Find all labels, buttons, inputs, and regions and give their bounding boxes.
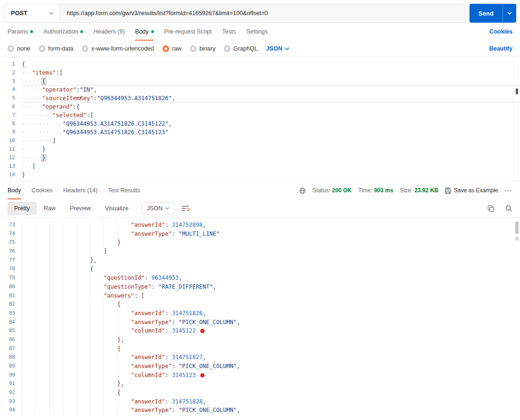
language-label: JSON	[147, 205, 162, 212]
radio-label: binary	[199, 45, 215, 52]
chevron-down-icon	[285, 47, 290, 50]
line-number: 8	[0, 120, 22, 128]
scrollbar-thumb[interactable]	[516, 88, 518, 94]
code-line: 82{	[0, 300, 520, 309]
copy-icon[interactable]	[487, 205, 494, 212]
text-wrap-icon[interactable]	[181, 205, 190, 212]
line-number: 13	[0, 162, 22, 171]
line-number: 80	[0, 283, 22, 291]
line-body: ·········"selected":[	[22, 111, 520, 120]
tab-label: Pre-request Script	[164, 28, 212, 35]
radio-icon	[39, 45, 45, 52]
code-text: ······{	[22, 77, 46, 86]
size-value: 23.92 KB	[414, 187, 438, 194]
line-number: 3	[0, 77, 22, 86]
url-input[interactable]: https://app.form.com/gw/v3/results/list?…	[60, 4, 465, 22]
body-type-graphql[interactable]: GraphQL	[224, 45, 257, 52]
body-type-raw[interactable]: raw	[162, 45, 181, 52]
line-body: {	[22, 388, 520, 397]
tab-params[interactable]: Params	[8, 23, 33, 41]
code-line: 76]	[0, 247, 520, 256]
code-text: ······}	[22, 145, 46, 154]
view-pretty[interactable]: Pretty	[8, 202, 36, 214]
tab-tests[interactable]: Tests	[222, 23, 236, 41]
response-toolbar: PrettyRawPreviewVisualize JSON	[0, 199, 520, 217]
tab-cookies[interactable]: Cookies	[32, 181, 53, 199]
code-line: 91},	[0, 379, 520, 388]
tab-test-results[interactable]: Test Results	[108, 181, 140, 199]
whitespace-dots: ······	[22, 154, 42, 161]
line-body: ······"sourceItemKey":"Q96344953.A314751…	[22, 94, 520, 103]
request-body-editor[interactable]: 1{2···"items":[3······{4······"operator"…	[0, 57, 520, 181]
save-icon	[445, 188, 451, 194]
view-raw[interactable]: Raw	[37, 202, 62, 214]
save-as-example-button[interactable]: Save as Example	[445, 187, 498, 194]
beautify-link[interactable]: Beautify	[489, 45, 512, 52]
scrollbar-thumb[interactable]	[515, 222, 519, 234]
line-number: 83	[0, 309, 22, 318]
more-options-icon[interactable]: •••	[504, 188, 512, 193]
indent-guides	[22, 371, 131, 380]
indent-guides	[22, 388, 117, 397]
radio-icon	[162, 45, 169, 52]
response-toolbar-right	[487, 205, 512, 212]
line-number: 93	[0, 397, 22, 406]
tab-authorization[interactable]: Authorization	[43, 23, 83, 41]
indent-guides	[22, 247, 103, 256]
line-body: "answers": [	[22, 291, 520, 300]
code-text: ······"sourceItemKey":"Q96344953.A314751…	[22, 94, 175, 103]
method-url-control: POST https://app.form.com/gw/v3/results/…	[4, 4, 466, 23]
cookies-link[interactable]: Cookies	[489, 28, 512, 35]
body-type-form-data[interactable]: form-data	[39, 45, 74, 52]
body-type-x-www-form-urlencoded[interactable]: x-www-form-urlencoded	[82, 45, 154, 52]
indent-guides	[22, 221, 131, 230]
line-body: "answerType": "PICK_ONE_COLUMN",	[22, 406, 520, 415]
code-text: "columnId": 3145123	[131, 371, 205, 380]
radio-icon	[190, 45, 196, 52]
tab-label: Test Results	[108, 187, 140, 194]
line-body: "answerType": "PICK_ONE_COLUMN",	[22, 318, 520, 327]
line-body: ·········]	[22, 137, 520, 145]
code-line: 83"answerId": 314751826,	[0, 309, 520, 318]
method-selector[interactable]: POST	[4, 4, 60, 22]
request-tabs: ParamsAuthorizationHeaders (9)BodyPre-re…	[0, 23, 520, 41]
code-text: ·········"selected":[	[22, 111, 94, 120]
line-body: ···"items":[	[22, 69, 520, 77]
line-number: 5	[0, 94, 22, 103]
line-body: ······}	[22, 145, 520, 154]
time-label: Time:	[358, 187, 372, 194]
code-line: 93"answerId": 314751828,	[0, 397, 520, 406]
line-body: "columnId": 3145123	[22, 371, 520, 380]
tab-body[interactable]: Body	[135, 23, 154, 41]
view-preview[interactable]: Preview	[63, 202, 97, 214]
tab-settings[interactable]: Settings	[246, 23, 267, 41]
tab-body[interactable]: Body	[8, 181, 21, 199]
code-text: "answerId": 314751827,	[131, 353, 206, 362]
body-type-none[interactable]: none	[8, 45, 30, 52]
code-text: ············"Q96344953.A314751826.C31451…	[22, 120, 172, 128]
line-body: ······{	[22, 77, 520, 86]
radio-label: raw	[172, 45, 181, 52]
tab-pre-request-script[interactable]: Pre-request Script	[164, 23, 212, 41]
line-number: 78	[0, 265, 22, 274]
raw-language-dropdown[interactable]: JSON	[266, 45, 290, 52]
indent-guides	[22, 256, 90, 265]
send-options-button[interactable]	[503, 4, 516, 23]
chevron-down-icon	[49, 12, 54, 15]
line-number: 85	[0, 326, 22, 335]
tab-headers-9[interactable]: Headers (9)	[94, 23, 125, 41]
network-icon[interactable]	[299, 187, 306, 194]
line-body: ]	[22, 247, 520, 256]
body-type-binary[interactable]: binary	[190, 45, 215, 52]
code-text: "answerId": 314752898,	[131, 221, 206, 230]
line-body: },	[22, 256, 520, 265]
tab-headers-14[interactable]: Headers (14)	[63, 181, 98, 199]
code-text: "answerType": "PICK_ONE_COLUMN",	[131, 406, 240, 415]
send-button[interactable]: Send	[469, 4, 503, 23]
response-body-editor[interactable]: 73"answerId": 314752898,74"answerType": …	[0, 218, 520, 420]
whitespace-dots: ······	[22, 95, 42, 102]
response-language-dropdown[interactable]: JSON	[142, 202, 175, 214]
scrollbar-marker	[515, 237, 519, 240]
search-icon[interactable]	[505, 205, 512, 212]
view-visualize[interactable]: Visualize	[98, 202, 135, 214]
